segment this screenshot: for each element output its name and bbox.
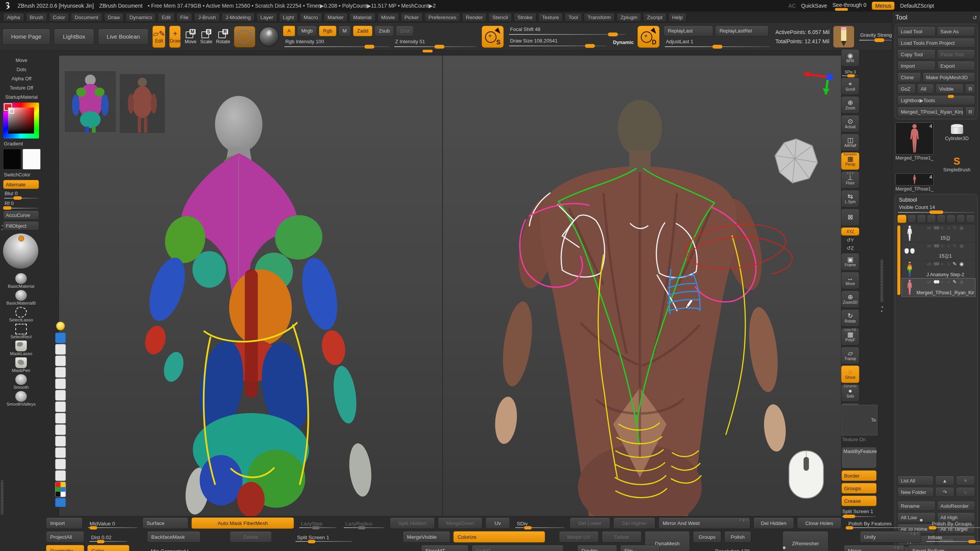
- left-shelf-thumbnail[interactable]: Dots: [3, 66, 40, 73]
- annotation-active-color[interactable]: [55, 498, 66, 507]
- camera-lock-button[interactable]: ⊠: [841, 209, 859, 226]
- menu-item[interactable]: Zplugin: [617, 13, 641, 22]
- draw-mode-button[interactable]: + Draw: [169, 26, 181, 48]
- canvas-left-view[interactable]: [59, 55, 442, 516]
- eye-icon[interactable]: ◉: [959, 243, 964, 248]
- tool-thumbnail-2[interactable]: 4: [895, 173, 934, 186]
- move-down-button[interactable]: ▼: [956, 476, 975, 486]
- see-through-slider[interactable]: See-through 0: [833, 2, 867, 10]
- clone-button[interactable]: Clone: [897, 72, 921, 82]
- menu-item[interactable]: Picker: [401, 13, 423, 22]
- z-intensity-slider[interactable]: Z Intensity 51: [393, 39, 478, 48]
- subtool-scrollbar[interactable]: [897, 225, 900, 295]
- see-through-handle[interactable]: [835, 8, 848, 11]
- blur-slider[interactable]: Blur 0: [3, 191, 39, 199]
- texture-on-label[interactable]: Texture On: [842, 437, 878, 442]
- bottom-shelf-button[interactable]: BackfaceMask: [147, 531, 201, 543]
- menu-item[interactable]: Transform: [584, 13, 615, 22]
- bottom-shelf-button[interactable]: StoreMT: [421, 545, 469, 551]
- right-shelf-button[interactable]: ◌ Ghost: [841, 365, 859, 383]
- goz-button[interactable]: GoZ: [897, 84, 916, 94]
- paste-tool-button[interactable]: Paste Tool: [937, 49, 975, 59]
- right-shelf-button[interactable]: ↔ Move: [841, 272, 859, 289]
- left-shelf-quick-item[interactable]: MaskPen: [3, 356, 39, 373]
- color-swatch[interactable]: A: [283, 26, 295, 36]
- menu-item[interactable]: Tool: [565, 13, 582, 22]
- subtool-view-tab[interactable]: [946, 215, 956, 223]
- subtool-view-tab[interactable]: [927, 215, 936, 223]
- reorder-icon[interactable]: ⇄: [927, 279, 931, 284]
- pen-icon[interactable]: [55, 355, 66, 366]
- right-tray-scrollbar[interactable]: [880, 259, 883, 302]
- paint-icon[interactable]: ✎: [952, 279, 957, 284]
- menu-item[interactable]: Movie: [377, 13, 399, 22]
- current-material-sphere[interactable]: [259, 27, 279, 47]
- subtool-view-tab[interactable]: [917, 215, 926, 223]
- bottom-shelf-button[interactable]: MergeDown: [438, 517, 482, 529]
- simplebrush-icon[interactable]: S: [954, 155, 960, 167]
- texture-preview-box[interactable]: Te: [841, 405, 877, 435]
- bottom-shelf-button[interactable]: Delete: [230, 531, 272, 543]
- menu-item[interactable]: Zscript: [643, 13, 666, 22]
- right-shelf-button[interactable]: ⊕ Zoom3D: [841, 290, 859, 308]
- shade-icon[interactable]: ◐: [941, 243, 944, 248]
- reorder-icon[interactable]: ⇄: [927, 243, 931, 248]
- rotate-mode-button[interactable]: R Rotate: [216, 26, 230, 47]
- menu-item[interactable]: Brush: [26, 13, 47, 22]
- move-mode-button[interactable]: M Move: [185, 26, 196, 47]
- replaylast-button[interactable]: ReplayLast: [663, 26, 713, 36]
- autoreorder-button[interactable]: AutoReorder: [937, 501, 975, 511]
- material-preview-sphere[interactable]: [3, 233, 38, 269]
- mrgb-button[interactable]: Mrgb: [297, 26, 317, 36]
- left-shelf-quick-item[interactable]: BasicMaterial: [3, 272, 39, 289]
- shade2-icon[interactable]: ◑: [947, 225, 950, 230]
- ac-toggle[interactable]: AC: [788, 3, 795, 9]
- left-shelf-thumbnail[interactable]: Alpha Off: [3, 75, 40, 83]
- bottom-shelf-button[interactable]: LazyRadius: [341, 517, 387, 529]
- bottom-shelf-button[interactable]: Del Lower: [570, 517, 610, 529]
- make-polymesh3d-button[interactable]: Make PolyMesh3D: [923, 72, 975, 82]
- move-out-button[interactable]: ↷: [935, 487, 954, 497]
- bottom-shelf-button[interactable]: Inflatex y z: [924, 531, 980, 543]
- bottom-shelf-button[interactable]: Groups: [693, 531, 721, 543]
- cursor-icon[interactable]: [55, 344, 66, 355]
- export-button[interactable]: Export: [937, 61, 975, 71]
- menu-item[interactable]: Preferences: [425, 13, 460, 22]
- replaylastrel-button[interactable]: ReplayLastRel: [715, 26, 769, 36]
- highlighter-icon[interactable]: [55, 367, 66, 378]
- menu-item[interactable]: Render: [462, 13, 487, 22]
- pencil-icon[interactable]: [55, 378, 66, 389]
- subtool-view-tab[interactable]: [956, 215, 965, 223]
- eraser-icon[interactable]: [55, 390, 66, 401]
- bottom-shelf-button[interactable]: Auto Mask FiberMesh: [191, 517, 294, 529]
- left-shelf-quick-item[interactable]: BasicMaterialB: [3, 289, 39, 305]
- menu-item[interactable]: Dynamics: [126, 13, 156, 22]
- right-shelf-button[interactable]: XYZ: [841, 227, 859, 236]
- rotate-y-button[interactable]: ↺Y: [841, 237, 859, 244]
- eye-icon[interactable]: ◉: [959, 225, 964, 230]
- tool-scroll-handle[interactable]: [948, 95, 954, 98]
- reset-icon[interactable]: ↺: [972, 15, 977, 21]
- shelf-pull-tab[interactable]: [423, 50, 433, 52]
- right-shelf-button[interactable]: SPix 3: [841, 68, 859, 76]
- menu-item[interactable]: Stencil: [488, 13, 512, 22]
- right-shelf-button[interactable]: ⇆ L.Sym: [841, 190, 859, 207]
- bottom-shelf-button[interactable]: Mirrorx y z: [844, 545, 905, 551]
- menu-item[interactable]: Draw: [104, 13, 124, 22]
- current-brush-thumbnail[interactable]: [234, 26, 255, 47]
- left-shelf-quick-item[interactable]: MaskLasso: [3, 339, 39, 356]
- zsub-button[interactable]: Zsub: [374, 26, 394, 36]
- bottom-shelf-button[interactable]: Surface: [142, 517, 188, 529]
- menus-button[interactable]: Menus: [872, 2, 895, 10]
- bottom-shelf-button[interactable]: Colorize: [453, 531, 545, 543]
- eye-icon[interactable]: [55, 333, 66, 343]
- left-shelf-quick-item[interactable]: SelectRect: [3, 322, 39, 339]
- eye-icon[interactable]: ◉: [959, 261, 964, 266]
- bottom-shelf-button[interactable]: Mirror And Weld x y z: [658, 517, 750, 529]
- lightbox-tools-button[interactable]: Lightbox▶Tools: [897, 95, 975, 105]
- shade2-icon[interactable]: ◑: [947, 261, 950, 266]
- goz-visible-button[interactable]: Visible: [936, 84, 964, 94]
- live-boolean-button[interactable]: Live Boolean: [98, 29, 149, 45]
- bottom-shelf-button[interactable]: Smart ReSymx y z: [908, 545, 980, 551]
- accucurve-button[interactable]: AccuCurve: [3, 210, 39, 220]
